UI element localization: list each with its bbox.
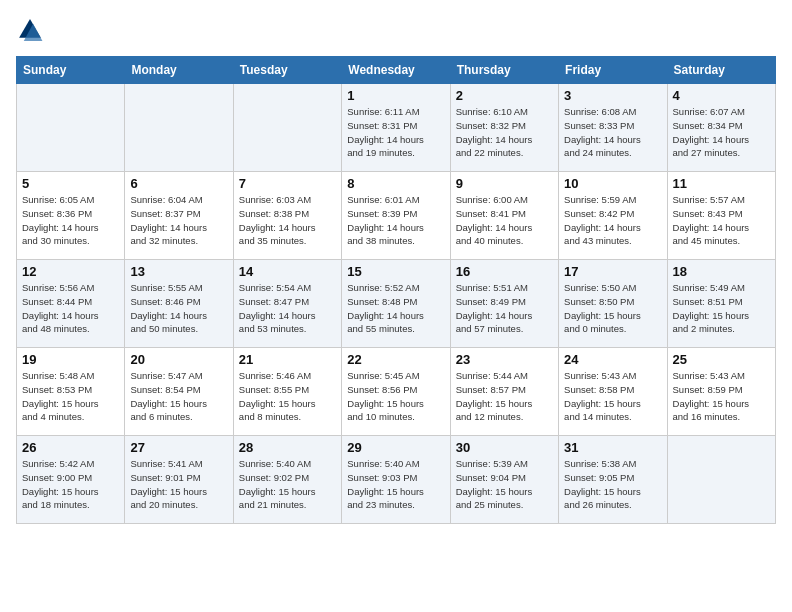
day-header-sunday: Sunday xyxy=(17,57,125,84)
day-number: 27 xyxy=(130,440,227,455)
calendar-cell: 31Sunrise: 5:38 AM Sunset: 9:05 PM Dayli… xyxy=(559,436,667,524)
day-info: Sunrise: 5:42 AM Sunset: 9:00 PM Dayligh… xyxy=(22,457,119,512)
day-number: 2 xyxy=(456,88,553,103)
calendar-cell: 12Sunrise: 5:56 AM Sunset: 8:44 PM Dayli… xyxy=(17,260,125,348)
calendar-cell: 22Sunrise: 5:45 AM Sunset: 8:56 PM Dayli… xyxy=(342,348,450,436)
day-number: 9 xyxy=(456,176,553,191)
calendar-cell: 19Sunrise: 5:48 AM Sunset: 8:53 PM Dayli… xyxy=(17,348,125,436)
day-header-monday: Monday xyxy=(125,57,233,84)
calendar-cell: 17Sunrise: 5:50 AM Sunset: 8:50 PM Dayli… xyxy=(559,260,667,348)
logo-icon xyxy=(16,16,44,44)
day-info: Sunrise: 5:59 AM Sunset: 8:42 PM Dayligh… xyxy=(564,193,661,248)
calendar-cell: 4Sunrise: 6:07 AM Sunset: 8:34 PM Daylig… xyxy=(667,84,775,172)
day-header-thursday: Thursday xyxy=(450,57,558,84)
day-number: 23 xyxy=(456,352,553,367)
week-row-5: 26Sunrise: 5:42 AM Sunset: 9:00 PM Dayli… xyxy=(17,436,776,524)
logo xyxy=(16,16,48,44)
day-number: 14 xyxy=(239,264,336,279)
calendar-cell: 10Sunrise: 5:59 AM Sunset: 8:42 PM Dayli… xyxy=(559,172,667,260)
calendar-cell xyxy=(667,436,775,524)
day-info: Sunrise: 5:43 AM Sunset: 8:59 PM Dayligh… xyxy=(673,369,770,424)
calendar-cell: 3Sunrise: 6:08 AM Sunset: 8:33 PM Daylig… xyxy=(559,84,667,172)
day-info: Sunrise: 5:47 AM Sunset: 8:54 PM Dayligh… xyxy=(130,369,227,424)
page: SundayMondayTuesdayWednesdayThursdayFrid… xyxy=(0,0,792,540)
day-number: 24 xyxy=(564,352,661,367)
calendar-cell: 11Sunrise: 5:57 AM Sunset: 8:43 PM Dayli… xyxy=(667,172,775,260)
day-info: Sunrise: 5:54 AM Sunset: 8:47 PM Dayligh… xyxy=(239,281,336,336)
day-number: 26 xyxy=(22,440,119,455)
day-number: 4 xyxy=(673,88,770,103)
calendar-cell: 9Sunrise: 6:00 AM Sunset: 8:41 PM Daylig… xyxy=(450,172,558,260)
calendar-cell: 1Sunrise: 6:11 AM Sunset: 8:31 PM Daylig… xyxy=(342,84,450,172)
day-info: Sunrise: 5:38 AM Sunset: 9:05 PM Dayligh… xyxy=(564,457,661,512)
day-info: Sunrise: 6:04 AM Sunset: 8:37 PM Dayligh… xyxy=(130,193,227,248)
day-number: 25 xyxy=(673,352,770,367)
day-number: 13 xyxy=(130,264,227,279)
calendar-cell: 24Sunrise: 5:43 AM Sunset: 8:58 PM Dayli… xyxy=(559,348,667,436)
day-number: 20 xyxy=(130,352,227,367)
day-header-wednesday: Wednesday xyxy=(342,57,450,84)
day-number: 11 xyxy=(673,176,770,191)
day-info: Sunrise: 5:55 AM Sunset: 8:46 PM Dayligh… xyxy=(130,281,227,336)
day-info: Sunrise: 6:11 AM Sunset: 8:31 PM Dayligh… xyxy=(347,105,444,160)
day-number: 22 xyxy=(347,352,444,367)
calendar-cell: 2Sunrise: 6:10 AM Sunset: 8:32 PM Daylig… xyxy=(450,84,558,172)
calendar-cell: 30Sunrise: 5:39 AM Sunset: 9:04 PM Dayli… xyxy=(450,436,558,524)
day-info: Sunrise: 5:50 AM Sunset: 8:50 PM Dayligh… xyxy=(564,281,661,336)
day-number: 1 xyxy=(347,88,444,103)
day-number: 16 xyxy=(456,264,553,279)
day-info: Sunrise: 6:07 AM Sunset: 8:34 PM Dayligh… xyxy=(673,105,770,160)
day-info: Sunrise: 6:05 AM Sunset: 8:36 PM Dayligh… xyxy=(22,193,119,248)
day-info: Sunrise: 6:08 AM Sunset: 8:33 PM Dayligh… xyxy=(564,105,661,160)
day-number: 19 xyxy=(22,352,119,367)
day-number: 7 xyxy=(239,176,336,191)
day-info: Sunrise: 5:48 AM Sunset: 8:53 PM Dayligh… xyxy=(22,369,119,424)
calendar-cell: 21Sunrise: 5:46 AM Sunset: 8:55 PM Dayli… xyxy=(233,348,341,436)
day-info: Sunrise: 5:56 AM Sunset: 8:44 PM Dayligh… xyxy=(22,281,119,336)
day-info: Sunrise: 5:57 AM Sunset: 8:43 PM Dayligh… xyxy=(673,193,770,248)
calendar-cell: 15Sunrise: 5:52 AM Sunset: 8:48 PM Dayli… xyxy=(342,260,450,348)
day-info: Sunrise: 6:01 AM Sunset: 8:39 PM Dayligh… xyxy=(347,193,444,248)
calendar-cell: 26Sunrise: 5:42 AM Sunset: 9:00 PM Dayli… xyxy=(17,436,125,524)
calendar-cell xyxy=(17,84,125,172)
calendar-cell: 18Sunrise: 5:49 AM Sunset: 8:51 PM Dayli… xyxy=(667,260,775,348)
calendar-cell xyxy=(125,84,233,172)
week-row-3: 12Sunrise: 5:56 AM Sunset: 8:44 PM Dayli… xyxy=(17,260,776,348)
calendar-cell: 5Sunrise: 6:05 AM Sunset: 8:36 PM Daylig… xyxy=(17,172,125,260)
calendar-cell: 16Sunrise: 5:51 AM Sunset: 8:49 PM Dayli… xyxy=(450,260,558,348)
week-row-2: 5Sunrise: 6:05 AM Sunset: 8:36 PM Daylig… xyxy=(17,172,776,260)
calendar-cell: 28Sunrise: 5:40 AM Sunset: 9:02 PM Dayli… xyxy=(233,436,341,524)
day-info: Sunrise: 5:43 AM Sunset: 8:58 PM Dayligh… xyxy=(564,369,661,424)
header-row: SundayMondayTuesdayWednesdayThursdayFrid… xyxy=(17,57,776,84)
day-number: 3 xyxy=(564,88,661,103)
day-number: 28 xyxy=(239,440,336,455)
day-info: Sunrise: 5:41 AM Sunset: 9:01 PM Dayligh… xyxy=(130,457,227,512)
calendar-cell: 13Sunrise: 5:55 AM Sunset: 8:46 PM Dayli… xyxy=(125,260,233,348)
day-number: 30 xyxy=(456,440,553,455)
calendar-cell: 25Sunrise: 5:43 AM Sunset: 8:59 PM Dayli… xyxy=(667,348,775,436)
calendar-cell: 20Sunrise: 5:47 AM Sunset: 8:54 PM Dayli… xyxy=(125,348,233,436)
day-info: Sunrise: 5:45 AM Sunset: 8:56 PM Dayligh… xyxy=(347,369,444,424)
calendar-table: SundayMondayTuesdayWednesdayThursdayFrid… xyxy=(16,56,776,524)
day-info: Sunrise: 5:39 AM Sunset: 9:04 PM Dayligh… xyxy=(456,457,553,512)
day-number: 15 xyxy=(347,264,444,279)
calendar-cell: 29Sunrise: 5:40 AM Sunset: 9:03 PM Dayli… xyxy=(342,436,450,524)
day-info: Sunrise: 5:52 AM Sunset: 8:48 PM Dayligh… xyxy=(347,281,444,336)
day-number: 21 xyxy=(239,352,336,367)
day-number: 10 xyxy=(564,176,661,191)
calendar-cell: 7Sunrise: 6:03 AM Sunset: 8:38 PM Daylig… xyxy=(233,172,341,260)
day-number: 31 xyxy=(564,440,661,455)
day-number: 8 xyxy=(347,176,444,191)
day-header-friday: Friday xyxy=(559,57,667,84)
week-row-1: 1Sunrise: 6:11 AM Sunset: 8:31 PM Daylig… xyxy=(17,84,776,172)
header xyxy=(16,16,776,44)
day-info: Sunrise: 5:44 AM Sunset: 8:57 PM Dayligh… xyxy=(456,369,553,424)
day-header-saturday: Saturday xyxy=(667,57,775,84)
day-number: 6 xyxy=(130,176,227,191)
week-row-4: 19Sunrise: 5:48 AM Sunset: 8:53 PM Dayli… xyxy=(17,348,776,436)
day-number: 18 xyxy=(673,264,770,279)
day-info: Sunrise: 5:40 AM Sunset: 9:02 PM Dayligh… xyxy=(239,457,336,512)
day-info: Sunrise: 5:49 AM Sunset: 8:51 PM Dayligh… xyxy=(673,281,770,336)
day-info: Sunrise: 6:10 AM Sunset: 8:32 PM Dayligh… xyxy=(456,105,553,160)
day-info: Sunrise: 5:40 AM Sunset: 9:03 PM Dayligh… xyxy=(347,457,444,512)
